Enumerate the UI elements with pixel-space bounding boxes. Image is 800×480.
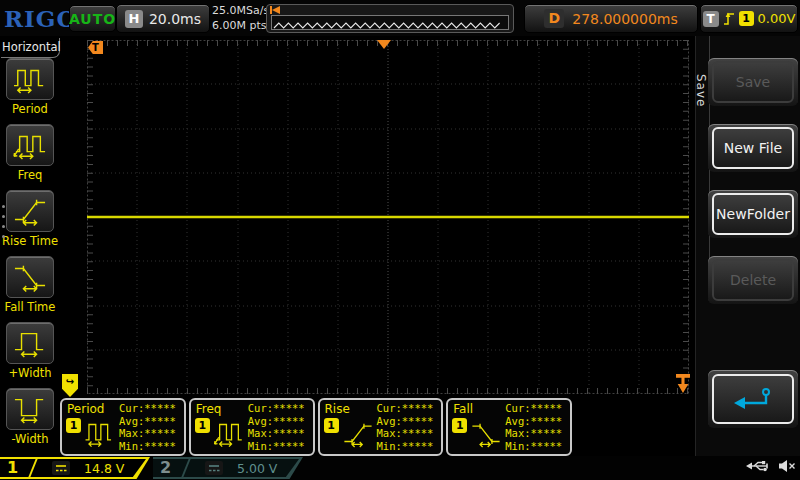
negative-pulse-icon [6,388,54,430]
rise-ramp-icon [341,417,375,453]
channel-2-scale: 5.00 V [237,461,277,476]
delay-key-label: D [544,9,564,28]
sample-rate: 25.0MSa/s [212,3,269,18]
status-icons [744,459,796,473]
run-status-button[interactable]: AUTO [69,5,116,32]
positive-pulse-icon [6,322,54,364]
menu-item-freq[interactable]: Freq [0,124,60,186]
stat-avg: Avg:***** [248,415,305,428]
graticule [87,40,689,394]
trigger-info-button[interactable]: T 1 0.00V [700,4,798,33]
waveform-display: T ↪ [87,40,689,394]
waveform-preview-bar[interactable] [266,4,514,33]
stat-cur: Cur:***** [505,402,562,415]
delay-value: 278.000000ms [572,11,678,27]
stat-cur: Cur:***** [377,402,434,415]
rising-edge-trigger-icon [723,10,735,27]
measurement-panel-fall[interactable]: Fall 1 Cur:***** Avg:***** Max:***** Min… [446,398,572,456]
trigger-level-value: 0.00V [758,11,796,26]
stat-max: Max:***** [505,427,562,440]
stat-min: Min:***** [119,440,176,453]
timebase-value: 20.0ms [149,11,201,27]
freq-pulse-icon [212,417,246,453]
menu-item-pos-width[interactable]: +Width [0,322,60,384]
measure-source-badge: 1 [324,418,339,433]
preview-position-marker-icon[interactable] [270,6,283,14]
channel-1-scale: 14.8 V [84,461,124,476]
measurement-panel-freq[interactable]: Freq 1 Cur:***** Avg:***** Max:***** Min… [189,398,315,456]
menu-item-neg-width[interactable]: -Width [0,388,60,450]
trigger-position-marker-icon[interactable] [377,40,391,49]
delete-button[interactable]: Delete [708,256,798,304]
stat-min: Min:***** [377,440,434,453]
menu-item-rise-time[interactable]: Rise Time [0,190,60,252]
delay-offset-button[interactable]: D 278.000000ms [524,4,698,33]
period-pulse-icon [83,417,117,453]
bottom-status-bar: 1 14.8 V 2 5.00 V [0,456,800,480]
preview-waveform-window [271,15,509,30]
trigger-source-badge: 1 [739,11,754,26]
stat-min: Min:***** [505,440,562,453]
horizontal-timebase-button[interactable]: H 20.0ms [116,4,210,33]
top-bar: RIGOL AUTO H 20.0ms 25.0MSa/s 6.00M pts … [0,0,800,36]
menu-item-fall-time[interactable]: Fall Time [0,256,60,318]
stat-max: Max:***** [119,427,176,440]
channel-1-number: 1 [7,458,18,477]
run-status-label: AUTO [69,11,116,27]
measure-source-badge: 1 [195,418,210,433]
measure-source-badge: 1 [452,418,467,433]
freq-pulse-icon [6,124,54,166]
measurement-panel-period[interactable]: Period 1 Cur:***** Avg:***** Max:***** M… [60,398,186,456]
memory-depth: 6.00M pts [212,18,269,33]
channel-2-tab[interactable]: 2 5.00 V [153,457,303,479]
save-button[interactable]: Save [708,58,798,106]
new-file-button[interactable]: New File [708,124,798,172]
period-pulse-icon [6,58,54,100]
menu-hint-tag-icon[interactable]: ↪ [62,374,78,397]
return-arrow-icon [731,386,775,412]
right-softkey-menu: Save Save New File NewFolder Delete [695,36,800,456]
stat-cur: Cur:***** [248,402,305,415]
back-button[interactable] [708,370,798,428]
stat-cur: Cur:***** [119,402,176,415]
menu-scroll-dots [2,198,5,245]
fall-ramp-icon [6,256,54,298]
left-menu-title: Horizontal [1,38,60,58]
measurement-row: Period 1 Cur:***** Avg:***** Max:***** M… [60,398,572,456]
stat-avg: Avg:***** [505,415,562,428]
usb-icon [744,459,770,473]
left-menu: Horizontal Period Freq Ris [0,36,60,456]
dc-coupling-icon [205,461,223,475]
trigger-key-label: T [703,11,719,27]
measurement-panel-rise[interactable]: Rise 1 Cur:***** Avg:***** Max:***** Min… [318,398,444,456]
stat-avg: Avg:***** [377,415,434,428]
channel-2-number: 2 [160,458,171,477]
stat-max: Max:***** [248,427,305,440]
new-folder-button[interactable]: NewFolder [708,190,798,238]
measure-source-badge: 1 [66,418,81,433]
menu-tab-label: Save [694,74,708,107]
horizontal-key-label: H [125,10,143,28]
speaker-muted-icon [778,459,796,473]
rise-ramp-icon [6,190,54,232]
stat-avg: Avg:***** [119,415,176,428]
channel-1-tab[interactable]: 1 14.8 V [0,457,150,479]
preview-waveform-icon [272,20,506,31]
acquisition-info: 25.0MSa/s 6.00M pts [212,3,269,33]
stat-max: Max:***** [377,427,434,440]
fall-ramp-icon [469,417,503,453]
menu-item-period[interactable]: Period [0,58,60,120]
dc-coupling-icon [52,461,70,475]
stat-min: Min:***** [248,440,305,453]
